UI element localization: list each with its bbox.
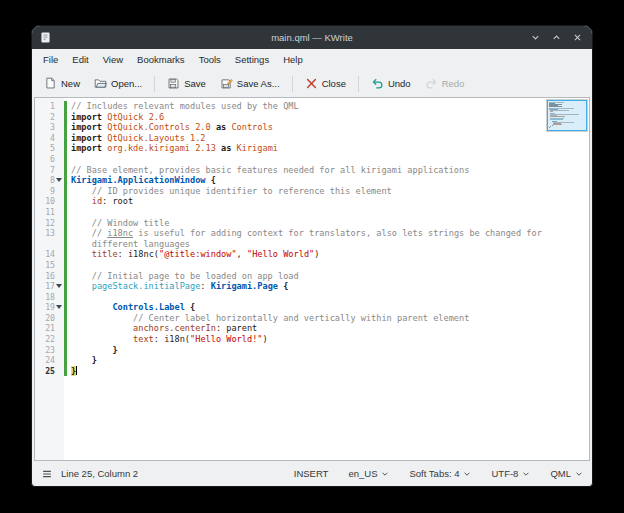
cursor-position[interactable]: Line 25, Column 2 [61, 468, 138, 479]
line-number[interactable]: 18 [35, 292, 55, 303]
line-number[interactable]: 19 [35, 302, 55, 313]
code-text[interactable]: import QtQuick 2.6 [67, 112, 589, 123]
code-text[interactable]: import QtQuick.Controls 2.0 as Controls [67, 122, 589, 133]
menu-edit[interactable]: Edit [65, 52, 95, 67]
open-button[interactable]: Open... [88, 74, 148, 93]
code-text[interactable]: text: i18n("Hello World!") [67, 334, 589, 345]
edit-undo-icon [371, 77, 384, 90]
code-line: 17 pageStack.initialPage: Kirigami.Page … [35, 281, 589, 292]
fold-marker-icon[interactable] [55, 302, 64, 313]
fold-column [55, 323, 64, 334]
line-number[interactable] [35, 239, 55, 250]
statusbar-input-mode[interactable]: INSERT [294, 468, 329, 479]
code-text[interactable]: import QtQuick.Layouts 1.2 [67, 133, 589, 144]
code-text[interactable]: anchors.centerIn: parent [67, 323, 589, 334]
close-button[interactable]: Close [299, 74, 352, 93]
line-number[interactable]: 3 [35, 122, 55, 133]
menubar: FileEditViewBookmarksToolsSettingsHelp [32, 49, 592, 70]
line-number[interactable]: 8 [35, 175, 55, 186]
minimap-viewport[interactable] [547, 100, 587, 131]
statusbar-encoding[interactable]: UTF-8 [491, 468, 530, 479]
line-number[interactable]: 12 [35, 218, 55, 229]
statusbar-menu-icon[interactable] [41, 468, 53, 480]
line-number[interactable]: 24 [35, 355, 55, 366]
code-line: 21 anchors.centerIn: parent [35, 323, 589, 334]
line-number[interactable]: 21 [35, 323, 55, 334]
line-number[interactable]: 6 [35, 154, 55, 165]
fold-column [55, 355, 64, 366]
menu-tools[interactable]: Tools [192, 52, 228, 67]
new-button[interactable]: New [38, 74, 86, 93]
code-text[interactable] [67, 154, 589, 165]
line-number[interactable]: 16 [35, 271, 55, 282]
titlebar[interactable]: main.qml — KWrite [32, 26, 592, 49]
minimize-button[interactable] [527, 30, 543, 46]
code-text[interactable]: Controls.Label { [67, 302, 589, 313]
line-number[interactable]: 4 [35, 133, 55, 144]
code-line: 12 // Window title [35, 218, 589, 229]
code-text[interactable]: // Initial page to be loaded on app load [67, 271, 589, 282]
line-number[interactable]: 5 [35, 143, 55, 154]
line-number[interactable]: 23 [35, 345, 55, 356]
statusbar-tab-settings[interactable]: Soft Tabs: 4 [409, 468, 471, 479]
menu-file[interactable]: File [36, 52, 65, 67]
fold-column [55, 207, 64, 218]
code-text[interactable]: // ID provides unique identifier to refe… [67, 186, 589, 197]
code-text[interactable]: // Includes relevant modules used by the… [67, 101, 589, 112]
line-number[interactable]: 14 [35, 249, 55, 260]
fold-marker-icon[interactable] [55, 281, 64, 292]
close-button[interactable] [569, 30, 585, 46]
code-text[interactable]: Kirigami.ApplicationWindow { [67, 175, 589, 186]
code-text[interactable]: } [67, 366, 589, 377]
save-button[interactable]: Save [161, 74, 212, 93]
menu-view[interactable]: View [96, 52, 130, 67]
line-number[interactable]: 13 [35, 228, 55, 239]
statusbar-highlight-mode[interactable]: QML [550, 468, 583, 479]
minimap-scrollbar[interactable] [546, 99, 588, 132]
line-number[interactable]: 25 [35, 366, 55, 377]
menu-settings[interactable]: Settings [228, 52, 276, 67]
code-text[interactable]: } [67, 345, 589, 356]
line-number[interactable]: 15 [35, 260, 55, 271]
toolbar: NewOpen...SaveSave As...CloseUndoRedo [32, 70, 592, 97]
line-number[interactable]: 17 [35, 281, 55, 292]
code-text[interactable]: import org.kde.kirigami 2.13 as Kirigami [67, 143, 589, 154]
code-text[interactable]: different languages [67, 239, 589, 250]
code-text[interactable]: // Base element, provides basic features… [67, 165, 589, 176]
code-text[interactable] [67, 260, 589, 271]
code-text[interactable]: // Window title [67, 218, 589, 229]
code-text[interactable]: // i18nc is useful for adding context fo… [67, 228, 589, 239]
redo-button: Redo [419, 74, 471, 93]
toolbar-button-label: Save As... [237, 78, 280, 89]
menu-help[interactable]: Help [276, 52, 310, 67]
line-number[interactable]: 7 [35, 165, 55, 176]
menu-bookmarks[interactable]: Bookmarks [130, 52, 192, 67]
code-text[interactable]: id: root [67, 196, 589, 207]
toolbar-button-label: Redo [442, 78, 465, 89]
code-text[interactable]: // Center label horizontally and vertica… [67, 313, 589, 324]
line-number[interactable]: 11 [35, 207, 55, 218]
line-number[interactable]: 9 [35, 186, 55, 197]
undo-button[interactable]: Undo [365, 74, 417, 93]
editor[interactable]: 1// Includes relevant modules used by th… [34, 97, 590, 461]
code-line: 23 } [35, 345, 589, 356]
maximize-button[interactable] [548, 30, 564, 46]
line-number[interactable]: 1 [35, 101, 55, 112]
code-text[interactable] [67, 292, 589, 303]
code-text[interactable]: } [67, 355, 589, 366]
document-save-icon [167, 77, 180, 90]
code-text[interactable]: pageStack.initialPage: Kirigami.Page { [67, 281, 589, 292]
window-buttons [527, 30, 585, 46]
save-as-button[interactable]: Save As... [214, 74, 286, 93]
fold-column [55, 228, 64, 239]
code-line: 4import QtQuick.Layouts 1.2 [35, 133, 589, 144]
line-number[interactable]: 20 [35, 313, 55, 324]
statusbar-dictionary[interactable]: en_US [348, 468, 389, 479]
line-number[interactable]: 10 [35, 196, 55, 207]
line-number[interactable]: 22 [35, 334, 55, 345]
line-number[interactable]: 2 [35, 112, 55, 123]
toolbar-separator [358, 76, 359, 92]
code-text[interactable] [67, 207, 589, 218]
fold-marker-icon[interactable] [55, 175, 64, 186]
code-text[interactable]: title: i18nc("@title:window", "Hello Wor… [67, 249, 589, 260]
